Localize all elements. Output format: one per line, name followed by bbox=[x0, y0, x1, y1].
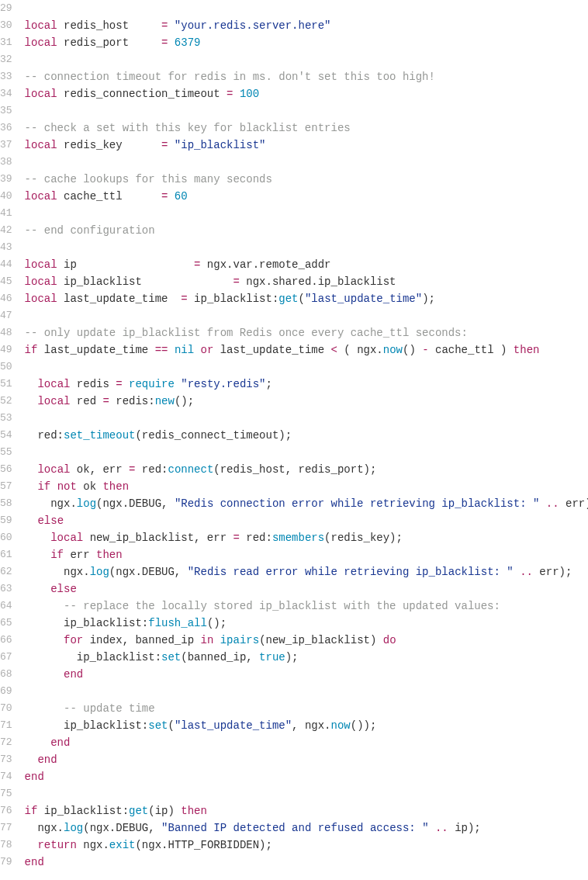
code-content[interactable]: ip_blacklist:set(banned_ip, true); bbox=[22, 649, 588, 666]
code-content[interactable]: red:set_timeout(redis_connect_timeout); bbox=[22, 427, 588, 444]
code-line[interactable]: 65 ip_blacklist:flush_all(); bbox=[0, 615, 588, 632]
code-line[interactable]: 51 local redis = require "resty.redis"; bbox=[0, 376, 588, 393]
code-line[interactable]: 70 -- update time bbox=[0, 700, 588, 717]
code-line[interactable]: 76if ip_blacklist:get(ip) then bbox=[0, 802, 588, 819]
code-content[interactable]: local ip_blacklist = ngx.shared.ip_black… bbox=[22, 273, 588, 290]
code-content[interactable]: local redis_key = "ip_blacklist" bbox=[22, 137, 588, 154]
code-line[interactable]: 61 if err then bbox=[0, 546, 588, 563]
code-content[interactable]: end bbox=[22, 666, 588, 683]
code-line[interactable]: 78 return ngx.exit(ngx.HTTP_FORBIDDEN); bbox=[0, 837, 588, 854]
code-line[interactable]: 40local cache_ttl = 60 bbox=[0, 188, 588, 205]
code-content[interactable]: return ngx.exit(ngx.HTTP_FORBIDDEN); bbox=[22, 837, 588, 854]
code-content[interactable]: local redis_port = 6379 bbox=[22, 34, 588, 51]
code-content[interactable]: if not ok then bbox=[22, 478, 588, 495]
code-line[interactable]: 42-- end configuration bbox=[0, 222, 588, 239]
code-line[interactable]: 31local redis_port = 6379 bbox=[0, 34, 588, 51]
code-line[interactable]: 50 bbox=[0, 359, 588, 376]
code-content[interactable]: ngx.log(ngx.DEBUG, "Redis read error whi… bbox=[22, 563, 588, 580]
code-line[interactable]: 52 local red = redis:new(); bbox=[0, 393, 588, 410]
code-content[interactable]: end bbox=[22, 854, 588, 871]
code-content[interactable] bbox=[22, 683, 588, 700]
code-content[interactable]: -- replace the locally stored ip_blackli… bbox=[22, 598, 588, 615]
code-content[interactable]: local new_ip_blacklist, err = red:smembe… bbox=[22, 529, 588, 546]
code-line[interactable]: 33-- connection timeout for redis in ms.… bbox=[0, 68, 588, 85]
code-line[interactable]: 58 ngx.log(ngx.DEBUG, "Redis connection … bbox=[0, 495, 588, 512]
code-line[interactable]: 71 ip_blacklist:set("last_update_time", … bbox=[0, 717, 588, 734]
code-content[interactable]: else bbox=[22, 512, 588, 529]
code-content[interactable]: -- connection timeout for redis in ms. d… bbox=[22, 68, 588, 85]
code-content[interactable]: -- end configuration bbox=[22, 222, 588, 239]
code-line[interactable]: 36-- check a set with this key for black… bbox=[0, 120, 588, 137]
code-content[interactable] bbox=[22, 410, 588, 427]
code-line[interactable]: 59 else bbox=[0, 512, 588, 529]
code-content[interactable]: local redis_connection_timeout = 100 bbox=[22, 85, 588, 102]
code-content[interactable]: end bbox=[22, 751, 588, 768]
code-content[interactable]: local ip = ngx.var.remote_addr bbox=[22, 256, 588, 273]
code-content[interactable]: end bbox=[22, 734, 588, 751]
code-content[interactable]: else bbox=[22, 580, 588, 598]
code-line[interactable]: 62 ngx.log(ngx.DEBUG, "Redis read error … bbox=[0, 563, 588, 580]
code-content[interactable] bbox=[22, 307, 588, 324]
code-line[interactable]: 55 bbox=[0, 444, 588, 461]
code-line[interactable]: 77 ngx.log(ngx.DEBUG, "Banned IP detecte… bbox=[0, 819, 588, 837]
code-content[interactable]: for index, banned_ip in ipairs(new_ip_bl… bbox=[22, 632, 588, 649]
code-line[interactable]: 49if last_update_time == nil or last_upd… bbox=[0, 341, 588, 359]
code-content[interactable]: if err then bbox=[22, 546, 588, 563]
code-content[interactable]: local redis_host = "your.redis.server.he… bbox=[22, 17, 588, 34]
code-line[interactable]: 44local ip = ngx.var.remote_addr bbox=[0, 256, 588, 273]
code-line[interactable]: 75 bbox=[0, 785, 588, 802]
code-content[interactable]: local cache_ttl = 60 bbox=[22, 188, 588, 205]
code-line[interactable]: 79end bbox=[0, 854, 588, 871]
code-line[interactable]: 37local redis_key = "ip_blacklist" bbox=[0, 137, 588, 154]
code-line[interactable]: 41 bbox=[0, 205, 588, 222]
code-line[interactable]: 60 local new_ip_blacklist, err = red:sme… bbox=[0, 529, 588, 546]
code-line[interactable]: 56 local ok, err = red:connect(redis_hos… bbox=[0, 461, 588, 478]
code-line[interactable]: 45local ip_blacklist = ngx.shared.ip_bla… bbox=[0, 273, 588, 290]
code-line[interactable]: 53 bbox=[0, 410, 588, 427]
code-content[interactable]: end bbox=[22, 768, 588, 785]
code-content[interactable] bbox=[22, 785, 588, 802]
code-content[interactable] bbox=[22, 0, 588, 17]
code-line[interactable]: 47 bbox=[0, 307, 588, 324]
code-line[interactable]: 72 end bbox=[0, 734, 588, 751]
code-line[interactable]: 30local redis_host = "your.redis.server.… bbox=[0, 17, 588, 34]
code-line[interactable]: 66 for index, banned_ip in ipairs(new_ip… bbox=[0, 632, 588, 649]
code-line[interactable]: 63 else bbox=[0, 580, 588, 598]
code-editor[interactable]: 29 30local redis_host = "your.redis.serv… bbox=[0, 0, 588, 871]
code-content[interactable]: -- update time bbox=[22, 700, 588, 717]
code-line[interactable]: 54 red:set_timeout(redis_connect_timeout… bbox=[0, 427, 588, 444]
code-line[interactable]: 57 if not ok then bbox=[0, 478, 588, 495]
code-line[interactable]: 74end bbox=[0, 768, 588, 785]
code-content[interactable]: -- check a set with this key for blackli… bbox=[22, 120, 588, 137]
code-line[interactable]: 67 ip_blacklist:set(banned_ip, true); bbox=[0, 649, 588, 666]
code-line[interactable]: 39-- cache lookups for this many seconds bbox=[0, 171, 588, 188]
code-content[interactable]: ngx.log(ngx.DEBUG, "Banned IP detected a… bbox=[22, 819, 588, 837]
code-content[interactable] bbox=[22, 359, 588, 376]
code-content[interactable]: -- only update ip_blacklist from Redis o… bbox=[22, 324, 588, 341]
code-content[interactable] bbox=[22, 102, 588, 120]
code-content[interactable]: local ok, err = red:connect(redis_host, … bbox=[22, 461, 588, 478]
code-content[interactable]: ip_blacklist:flush_all(); bbox=[22, 615, 588, 632]
code-line[interactable]: 34local redis_connection_timeout = 100 bbox=[0, 85, 588, 102]
code-content[interactable] bbox=[22, 444, 588, 461]
code-content[interactable] bbox=[22, 239, 588, 256]
code-content[interactable]: local red = redis:new(); bbox=[22, 393, 588, 410]
code-line[interactable]: 68 end bbox=[0, 666, 588, 683]
code-content[interactable]: local redis = require "resty.redis"; bbox=[22, 376, 588, 393]
code-content[interactable]: if last_update_time == nil or last_updat… bbox=[22, 341, 588, 359]
code-content[interactable] bbox=[22, 154, 588, 171]
code-content[interactable]: -- cache lookups for this many seconds bbox=[22, 171, 588, 188]
code-content[interactable]: ip_blacklist:set("last_update_time", ngx… bbox=[22, 717, 588, 734]
code-line[interactable]: 69 bbox=[0, 683, 588, 700]
code-line[interactable]: 48-- only update ip_blacklist from Redis… bbox=[0, 324, 588, 341]
code-content[interactable] bbox=[22, 205, 588, 222]
code-line[interactable]: 73 end bbox=[0, 751, 588, 768]
code-line[interactable]: 64 -- replace the locally stored ip_blac… bbox=[0, 598, 588, 615]
code-content[interactable] bbox=[22, 51, 588, 68]
code-line[interactable]: 29 bbox=[0, 0, 588, 17]
code-content[interactable]: local last_update_time = ip_blacklist:ge… bbox=[22, 290, 588, 307]
code-line[interactable]: 38 bbox=[0, 154, 588, 171]
code-line[interactable]: 43 bbox=[0, 239, 588, 256]
code-line[interactable]: 46local last_update_time = ip_blacklist:… bbox=[0, 290, 588, 307]
code-line[interactable]: 35 bbox=[0, 102, 588, 120]
